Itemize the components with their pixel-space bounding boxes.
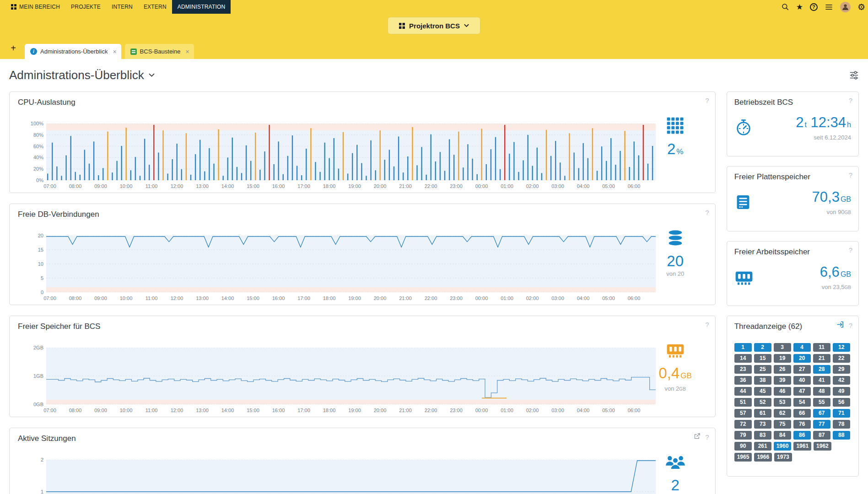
mem-total: von 2 xyxy=(665,385,679,392)
thread-badge-46[interactable]: 46 xyxy=(774,387,791,396)
favorites-star-icon[interactable]: ★ xyxy=(796,3,803,11)
thread-badge-71[interactable]: 71 xyxy=(833,409,850,418)
thread-badge-19[interactable]: 19 xyxy=(774,354,791,363)
thread-badge-78[interactable]: 78 xyxy=(833,420,850,429)
ram-free-unit: GB xyxy=(841,270,851,278)
thread-badge-21[interactable]: 21 xyxy=(813,354,830,363)
thread-badge-1961[interactable]: 1961 xyxy=(793,442,811,451)
add-tab-button[interactable]: + xyxy=(5,38,21,59)
thread-badge-86[interactable]: 86 xyxy=(793,431,811,440)
help-icon[interactable]: ? xyxy=(849,171,852,179)
x-tick-label: 02:00 xyxy=(523,295,543,301)
nav-extern[interactable]: EXTERN xyxy=(138,0,172,14)
thread-badge-29[interactable]: 29 xyxy=(833,365,850,374)
thread-badge-27[interactable]: 27 xyxy=(793,365,811,374)
thread-badge-62[interactable]: 62 xyxy=(774,409,791,418)
thread-badge-3[interactable]: 3 xyxy=(774,343,791,352)
thread-badge-45[interactable]: 45 xyxy=(754,387,771,396)
thread-badge-22[interactable]: 22 xyxy=(833,354,850,363)
mem-free-unit: GB xyxy=(680,371,692,380)
thread-badge-75[interactable]: 75 xyxy=(774,420,791,429)
open-in-new-icon[interactable] xyxy=(694,433,701,441)
x-tick-label: 10:00 xyxy=(116,183,136,189)
nav-intern[interactable]: INTERN xyxy=(106,0,138,14)
nav-administration[interactable]: ADMINISTRATION xyxy=(172,0,231,14)
help-icon[interactable]: ? xyxy=(705,209,709,216)
thread-badge-11[interactable]: 11 xyxy=(813,343,830,352)
help-icon[interactable]: ? xyxy=(849,246,852,254)
thread-badge-83[interactable]: 83 xyxy=(754,431,771,440)
hamburger-menu-icon[interactable] xyxy=(825,3,833,11)
thread-badge-51[interactable]: 51 xyxy=(734,398,752,407)
thread-badge-56[interactable]: 56 xyxy=(833,398,850,407)
thread-badge-41[interactable]: 41 xyxy=(813,376,830,385)
close-tab-icon[interactable]: × xyxy=(113,48,116,55)
thread-badge-90[interactable]: 90 xyxy=(734,442,752,451)
thread-badge-14[interactable]: 14 xyxy=(734,354,752,363)
dashboard-settings-icon[interactable] xyxy=(849,71,859,80)
tab-bcs-bausteine[interactable]: BCS-Bausteine × xyxy=(125,44,194,59)
nav-projekte[interactable]: PROJEKTE xyxy=(65,0,106,14)
thread-badge-1[interactable]: 1 xyxy=(734,343,752,352)
thread-badge-61[interactable]: 61 xyxy=(754,409,771,418)
thread-badge-53[interactable]: 53 xyxy=(774,398,791,407)
thread-badge-36[interactable]: 36 xyxy=(734,376,752,385)
settings-gear-icon[interactable]: ⚙ xyxy=(857,3,865,11)
app-switcher-button[interactable]: Projektron BCS xyxy=(388,17,480,34)
screen: MEIN BEREICH PROJEKTE INTERN EXTERN ADMI… xyxy=(0,0,868,494)
help-icon[interactable]: ? xyxy=(705,433,709,441)
help-icon[interactable]: ? xyxy=(705,321,709,328)
thread-badge-77[interactable]: 77 xyxy=(813,420,830,429)
y-tick-label: 1 xyxy=(41,489,43,494)
thread-badge-42[interactable]: 42 xyxy=(833,376,850,385)
thread-badge-88[interactable]: 88 xyxy=(833,431,850,440)
thread-badge-25[interactable]: 25 xyxy=(754,365,771,374)
search-icon[interactable] xyxy=(781,3,789,11)
thread-badge-4[interactable]: 4 xyxy=(793,343,811,352)
thread-badge-52[interactable]: 52 xyxy=(754,398,771,407)
thread-badge-1965[interactable]: 1965 xyxy=(734,453,752,462)
thread-badge-40[interactable]: 40 xyxy=(793,376,811,385)
thread-badge-38[interactable]: 38 xyxy=(754,376,771,385)
thread-badge-261[interactable]: 261 xyxy=(754,442,771,451)
user-avatar[interactable] xyxy=(840,2,851,12)
thread-badge-20[interactable]: 20 xyxy=(793,354,811,363)
thread-badge-15[interactable]: 15 xyxy=(754,354,771,363)
thread-badge-1960[interactable]: 1960 xyxy=(774,442,792,451)
help-icon[interactable]: ? xyxy=(810,3,818,11)
thread-badge-87[interactable]: 87 xyxy=(813,431,830,440)
help-icon[interactable]: ? xyxy=(705,97,709,104)
thread-badge-72[interactable]: 72 xyxy=(734,420,752,429)
thread-badge-1966[interactable]: 1966 xyxy=(754,453,772,462)
thread-badge-55[interactable]: 55 xyxy=(813,398,830,407)
thread-badge-57[interactable]: 57 xyxy=(734,409,752,418)
thread-badge-39[interactable]: 39 xyxy=(774,376,791,385)
x-tick-label: 15:00 xyxy=(243,183,263,189)
thread-badge-49[interactable]: 49 xyxy=(833,387,850,396)
thread-badge-73[interactable]: 73 xyxy=(754,420,771,429)
thread-badge-44[interactable]: 44 xyxy=(734,387,752,396)
thread-badge-79[interactable]: 79 xyxy=(734,431,752,440)
page-title-chevron-icon[interactable] xyxy=(149,73,155,77)
help-icon[interactable]: ? xyxy=(849,322,852,329)
thread-badge-67[interactable]: 67 xyxy=(813,409,830,418)
thread-badge-1973[interactable]: 1973 xyxy=(774,453,792,462)
thread-badge-12[interactable]: 12 xyxy=(833,343,850,352)
thread-badge-47[interactable]: 47 xyxy=(793,387,811,396)
close-tab-icon[interactable]: × xyxy=(185,48,189,55)
thread-badge-54[interactable]: 54 xyxy=(793,398,811,407)
thread-badge-23[interactable]: 23 xyxy=(734,365,752,374)
thread-badge-28[interactable]: 28 xyxy=(813,365,830,374)
tab-administrations-ueberblick[interactable]: i Administrations-Überblick × xyxy=(25,44,121,59)
thread-export-icon[interactable] xyxy=(836,321,844,330)
thread-badge-66[interactable]: 66 xyxy=(793,409,811,418)
thread-badge-48[interactable]: 48 xyxy=(813,387,830,396)
thread-badge-1962[interactable]: 1962 xyxy=(814,442,831,451)
thread-badge-76[interactable]: 76 xyxy=(793,420,811,429)
help-icon[interactable]: ? xyxy=(849,97,852,104)
nav-mein-bereich[interactable]: MEIN BEREICH xyxy=(5,0,65,14)
thread-badge-84[interactable]: 84 xyxy=(774,431,791,440)
thread-badge-2[interactable]: 2 xyxy=(754,343,771,352)
thread-badge-26[interactable]: 26 xyxy=(774,365,791,374)
x-tick-label: 10:00 xyxy=(116,408,136,413)
